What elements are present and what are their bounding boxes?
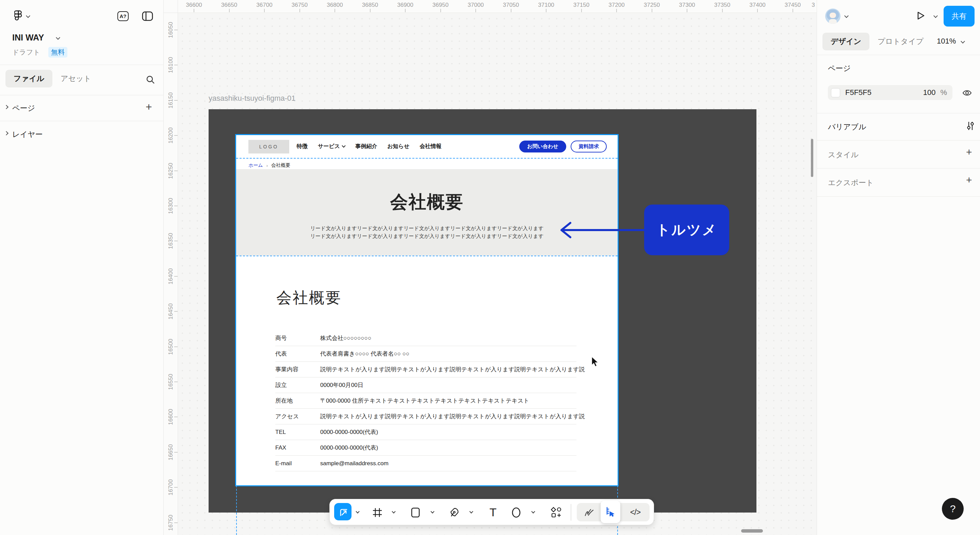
figma-menu-icon[interactable] bbox=[14, 10, 23, 23]
ruler-top-label: 36950 bbox=[433, 2, 449, 8]
ruler-left-tick bbox=[174, 487, 178, 488]
frame-tool-icon bbox=[372, 508, 382, 517]
divider bbox=[817, 196, 980, 197]
ruler-left-tick bbox=[174, 347, 178, 347]
styles-section-label[interactable]: スタイル bbox=[828, 150, 859, 160]
avatar-chevron-icon[interactable] bbox=[844, 14, 849, 18]
toggle-sidebar-icon[interactable] bbox=[142, 11, 153, 21]
divider bbox=[0, 65, 163, 65]
company-table: 商号株式会社○○○○○○○○代表代表者肩書き○○○○ 代表者名○○ ○○事業内容… bbox=[275, 330, 576, 471]
table-row-value: 0000-0000-0000(代表) bbox=[320, 444, 378, 452]
actions-search-icon[interactable]: A? bbox=[118, 11, 129, 21]
sidebar-section-layers[interactable]: レイヤー bbox=[12, 129, 43, 140]
measure-tool[interactable] bbox=[601, 501, 620, 523]
pages-expand-chevron-icon[interactable] bbox=[4, 105, 8, 109]
avatar-face bbox=[830, 13, 836, 18]
present-chevron-icon[interactable] bbox=[933, 14, 938, 18]
table-row-value: sample@mailaddress.com bbox=[320, 460, 388, 467]
move-tool[interactable] bbox=[334, 503, 352, 521]
text-tool[interactable]: T bbox=[485, 499, 501, 525]
ruler-left-label: 16650 bbox=[167, 444, 174, 460]
add-page-button[interactable]: + bbox=[146, 101, 152, 113]
nav-item: お知らせ bbox=[387, 143, 409, 150]
document-title-chevron-icon[interactable] bbox=[56, 35, 60, 40]
color-hex-value[interactable]: F5F5F5 bbox=[845, 88, 923, 97]
tab-files[interactable]: ファイル bbox=[5, 70, 52, 88]
ruler-left-label: 16600 bbox=[167, 409, 174, 425]
color-opacity-value[interactable]: 100 bbox=[923, 88, 936, 97]
move-tool-chevron-icon[interactable] bbox=[356, 510, 360, 513]
ruler-top-label: 37450 bbox=[785, 2, 801, 8]
table-row-value: 株式会社○○○○○○○○ bbox=[320, 334, 371, 342]
frame-tool-chevron-icon[interactable] bbox=[392, 510, 395, 513]
breadcrumb-home: ホーム bbox=[248, 162, 263, 169]
comment-tool[interactable] bbox=[508, 499, 524, 525]
add-export-button[interactable]: + bbox=[966, 174, 972, 186]
nav-item-label: お知らせ bbox=[387, 143, 409, 150]
table-row-value: 0000年00月00日 bbox=[320, 381, 363, 389]
ruler-top-label: 37300 bbox=[679, 2, 695, 8]
canvas-vertical-scrollbar[interactable] bbox=[811, 139, 813, 177]
shape-tool[interactable] bbox=[407, 499, 424, 525]
selection-dash-header bbox=[236, 158, 617, 159]
ruler-top-tick bbox=[440, 9, 441, 12]
export-section-label[interactable]: エクスポート bbox=[828, 178, 874, 188]
share-button[interactable]: 共有 bbox=[943, 6, 975, 27]
ruler-left-tick bbox=[174, 276, 178, 277]
table-row-label: 所在地 bbox=[275, 397, 320, 404]
add-style-button[interactable]: + bbox=[966, 146, 972, 158]
variables-adjust-icon[interactable] bbox=[966, 121, 975, 131]
hero-section: 会社概要 リード文が入りますリード文が入りますリード文が入りますリード文が入りま… bbox=[236, 169, 617, 256]
breadcrumb-separator: › bbox=[266, 163, 268, 168]
tab-assets[interactable]: アセット bbox=[52, 70, 99, 88]
variables-section-label[interactable]: バリアブル bbox=[828, 122, 866, 132]
annotation-callout[interactable]: トルツメ bbox=[644, 205, 729, 255]
zoom-control[interactable]: 101% bbox=[937, 37, 964, 46]
design-page[interactable]: LOGO 特徴サービス事例紹介お知らせ会社情報 お問い合わせ 資料請求 ホーム … bbox=[236, 135, 617, 485]
draft-label[interactable]: ドラフト bbox=[12, 48, 40, 57]
ruler-corner bbox=[164, 0, 178, 13]
search-icon[interactable] bbox=[145, 75, 156, 85]
frame-label[interactable]: yasashiku-tsuyoi-figma-01 bbox=[208, 94, 296, 103]
ruler-left-label: 16500 bbox=[167, 339, 174, 355]
dev-mode-code-tool[interactable]: </> bbox=[625, 503, 646, 521]
nav-item: 事例紹介 bbox=[355, 143, 377, 150]
pen-tool-chevron-icon[interactable] bbox=[469, 510, 473, 513]
avatar[interactable] bbox=[825, 8, 840, 24]
pen-tool[interactable] bbox=[446, 499, 463, 525]
pen-tool-icon bbox=[449, 507, 460, 518]
present-play-icon[interactable] bbox=[915, 10, 926, 21]
document-title[interactable]: INI WAY bbox=[12, 33, 44, 43]
table-row: 事業内容説明テキストが入ります説明テキストが入ります説明テキストが入ります説明テ… bbox=[275, 362, 576, 377]
visibility-eye-icon[interactable] bbox=[962, 89, 972, 97]
layers-expand-chevron-icon[interactable] bbox=[4, 131, 8, 135]
table-row: E-mailsample@mailaddress.com bbox=[275, 456, 576, 471]
table-row: TEL0000-0000-0000(代表) bbox=[275, 424, 576, 440]
color-swatch[interactable] bbox=[831, 88, 840, 97]
page-color-row[interactable]: F5F5F5 100 % bbox=[828, 85, 953, 100]
ruler-left-label: 16300 bbox=[167, 198, 174, 214]
actions-tool[interactable] bbox=[547, 499, 565, 525]
tab-design[interactable]: デザイン bbox=[822, 33, 869, 50]
draw-annotate-tool[interactable] bbox=[580, 503, 598, 521]
nav-dropdown-chevron-icon bbox=[342, 143, 345, 147]
ruler-top-label: 37150 bbox=[573, 2, 589, 8]
breadcrumb-current: 会社概要 bbox=[271, 162, 290, 169]
table-row-value: 説明テキストが入ります説明テキストが入ります説明テキストが入ります説明テキストが… bbox=[320, 412, 585, 420]
tab-prototype[interactable]: プロトタイプ bbox=[869, 33, 932, 50]
plan-badge[interactable]: 無料 bbox=[48, 47, 67, 57]
frame-tool[interactable] bbox=[369, 499, 385, 525]
shape-tool-chevron-icon[interactable] bbox=[430, 510, 434, 513]
ruler-left-label: 16350 bbox=[167, 233, 174, 249]
ruler-top-label: 37000 bbox=[468, 2, 484, 8]
table-row: 代表代表者肩書き○○○○ 代表者名○○ ○○ bbox=[275, 346, 576, 362]
comment-tool-chevron-icon[interactable] bbox=[531, 510, 535, 513]
table-row: 商号株式会社○○○○○○○○ bbox=[275, 330, 576, 346]
request-button: 資料請求 bbox=[571, 140, 607, 153]
sidebar-section-pages[interactable]: ページ bbox=[12, 103, 35, 113]
help-button[interactable]: ? bbox=[942, 498, 964, 520]
table-row-value: 代表者肩書き○○○○ 代表者名○○ ○○ bbox=[320, 350, 409, 358]
canvas-horizontal-scrollbar[interactable] bbox=[741, 529, 763, 533]
figma-menu-chevron-icon[interactable] bbox=[26, 14, 30, 18]
nav-item: サービス bbox=[318, 143, 345, 150]
